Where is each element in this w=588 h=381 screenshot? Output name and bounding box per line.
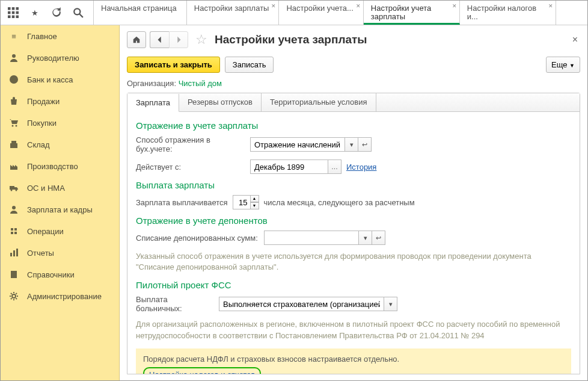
favorite-icon[interactable]: ☆ xyxy=(192,32,211,48)
tax-settings-link-box: Настройка налогов и отчетов xyxy=(143,367,261,374)
save-close-button[interactable]: Записать и закрыть xyxy=(127,57,220,73)
sidebar-item-main[interactable]: ≡Главное xyxy=(1,25,119,47)
bag-icon xyxy=(9,96,19,106)
inner-body: Отражение в учете зарплаты Способ отраже… xyxy=(127,112,580,374)
sidebar-item-sales[interactable]: Продажи xyxy=(1,90,119,112)
forward-button[interactable] xyxy=(169,31,188,48)
star-icon[interactable]: ★ xyxy=(29,7,40,18)
sidebar: ≡Главное Руководителю Банк и касса Прода… xyxy=(1,25,120,380)
close-icon[interactable]: ✕ xyxy=(356,3,361,9)
pay-day-input[interactable] xyxy=(233,195,251,209)
topbar-tools: ★ xyxy=(1,1,94,25)
tax-settings-link[interactable]: Настройка налогов и отчетов xyxy=(149,370,255,374)
ellipsis-button[interactable]: … xyxy=(328,160,341,174)
open-button[interactable]: ↩ xyxy=(358,137,372,152)
sidebar-item-label: ОС и НМА xyxy=(27,184,65,193)
open-button[interactable]: ↩ xyxy=(372,231,385,245)
section-title-fss: Пилотный проект ФСС xyxy=(136,280,571,290)
sidebar-item-admin[interactable]: Администрирование xyxy=(1,285,119,307)
page-toolbar: ☆ Настройки учета зарплаты × xyxy=(127,31,580,48)
close-icon[interactable]: ✕ xyxy=(452,3,457,9)
dropdown-button[interactable]: ▾ xyxy=(384,297,397,311)
sidebar-item-operations[interactable]: Операции xyxy=(1,220,119,242)
highlight-text: Порядок расчета НДФЛ и страховых взносов… xyxy=(143,355,564,364)
sidebar-item-salary[interactable]: Зарплата и кадры xyxy=(1,199,119,220)
svg-rect-8 xyxy=(16,16,19,19)
book-icon xyxy=(9,270,19,279)
history-icon[interactable] xyxy=(51,7,62,18)
dropdown-button[interactable]: ▾ xyxy=(359,231,372,245)
sick-help: Для организаций расположенных в регионе,… xyxy=(136,319,571,341)
svg-rect-1 xyxy=(12,7,15,10)
apps-icon[interactable] xyxy=(8,7,19,18)
more-button[interactable]: Еще ▼ xyxy=(546,57,580,73)
window-tabs: Начальная страница Настройки зарплаты✕ Н… xyxy=(94,1,587,25)
back-button[interactable] xyxy=(150,31,169,48)
svg-point-20 xyxy=(12,206,16,209)
factory-icon xyxy=(9,161,19,171)
sick-input[interactable] xyxy=(219,297,384,311)
deponent-input[interactable] xyxy=(264,231,359,245)
sidebar-item-label: Руководителю xyxy=(27,54,79,63)
tab-salary-settings[interactable]: Настройки зарплаты✕ xyxy=(187,1,280,25)
deponent-label: Списание депонированных сумм: xyxy=(136,234,259,243)
svg-rect-7 xyxy=(12,16,15,19)
action-bar: Записать и закрыть Записать Еще ▼ xyxy=(127,57,580,73)
sidebar-item-reports[interactable]: Отчеты xyxy=(1,242,119,264)
section-title-payment: Выплата зарплаты xyxy=(136,180,571,190)
history-link[interactable]: История xyxy=(346,163,376,172)
svg-point-18 xyxy=(11,190,13,191)
save-button[interactable]: Записать xyxy=(225,57,274,73)
sidebar-item-purchases[interactable]: Покупки xyxy=(1,112,119,134)
svg-rect-17 xyxy=(10,186,14,190)
tab-home[interactable]: Начальная страница xyxy=(94,1,187,25)
tab-salary[interactable]: Зарплата xyxy=(127,94,179,112)
sidebar-item-warehouse[interactable]: Склад xyxy=(1,134,119,155)
sidebar-item-production[interactable]: Производство xyxy=(1,155,119,177)
tab-tax-settings[interactable]: Настройки налогов и...✕ xyxy=(460,1,556,25)
sick-label: Выплата больничных: xyxy=(136,295,214,313)
spin-up-button[interactable]: ▲ xyxy=(251,195,259,202)
reflect-input[interactable] xyxy=(250,137,345,152)
sidebar-item-label: Зарплата и кадры xyxy=(27,205,93,214)
person-icon xyxy=(9,53,19,63)
deponent-help: Указанный способ отражения в учете испол… xyxy=(136,251,571,273)
svg-rect-23 xyxy=(16,249,18,256)
svg-point-19 xyxy=(16,190,17,191)
org-value: Чистый дом xyxy=(179,79,222,88)
close-icon[interactable]: ✕ xyxy=(548,3,553,9)
sidebar-item-manager[interactable]: Руководителю xyxy=(1,47,119,69)
svg-line-10 xyxy=(79,14,83,17)
sidebar-item-reference[interactable]: Справочники xyxy=(1,264,119,285)
inner-tabs: Зарплата Резервы отпусков Территориальны… xyxy=(127,93,580,374)
truck-icon xyxy=(9,183,19,193)
org-label: Организация: xyxy=(127,79,176,88)
chart-icon xyxy=(9,248,19,258)
spin-down-button[interactable]: ▼ xyxy=(251,202,259,209)
since-label: Действует с: xyxy=(136,163,245,172)
dropdown-button[interactable]: ▾ xyxy=(345,137,358,152)
sidebar-item-label: Склад xyxy=(27,140,50,149)
ruble-icon xyxy=(9,75,19,84)
tab-account-settings[interactable]: Настройки учета...✕ xyxy=(279,1,363,25)
close-button[interactable]: × xyxy=(570,34,580,45)
close-icon[interactable]: ✕ xyxy=(271,3,276,9)
organization-row: Организация: Чистый дом xyxy=(127,79,580,88)
svg-rect-15 xyxy=(10,143,17,148)
sidebar-item-assets[interactable]: ОС и НМА xyxy=(1,177,119,199)
sidebar-item-bank[interactable]: Банк и касса xyxy=(1,69,119,90)
svg-rect-24 xyxy=(11,271,17,278)
tab-salary-account-settings[interactable]: Настройки учета зарплаты✕ xyxy=(364,1,460,25)
sidebar-item-label: Покупки xyxy=(27,119,57,128)
sidebar-item-label: Справочники xyxy=(27,270,75,279)
tab-reserves[interactable]: Резервы отпусков xyxy=(179,93,262,111)
reflect-label: Способ отражения в бух.учете: xyxy=(136,135,245,153)
search-icon[interactable] xyxy=(73,7,84,18)
home-button[interactable] xyxy=(127,31,146,48)
tab-territorial[interactable]: Территориальные условия xyxy=(262,93,376,111)
inner-tabbar: Зарплата Резервы отпусков Территориальны… xyxy=(127,93,580,112)
svg-point-9 xyxy=(74,8,80,14)
user-icon xyxy=(9,205,19,214)
pay-label: Зарплата выплачивается xyxy=(136,198,228,207)
since-input[interactable] xyxy=(250,160,328,174)
